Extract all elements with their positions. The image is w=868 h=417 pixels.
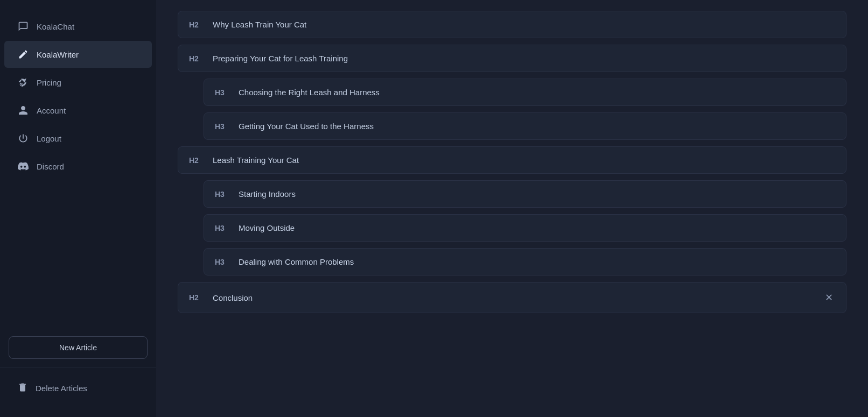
heading-text: Why Leash Train Your Cat xyxy=(213,20,835,29)
delete-articles-label: Delete Articles xyxy=(36,384,87,393)
sidebar-nav: KoalaChat KoalaWriter Pricing xyxy=(0,9,156,328)
sidebar-item-pricing-label: Pricing xyxy=(37,78,61,87)
outline-item[interactable]: H2Why Leash Train Your Cat xyxy=(178,11,846,38)
heading-tag: H2 xyxy=(189,20,204,29)
sidebar-item-pricing[interactable]: Pricing xyxy=(4,69,152,96)
heading-text: Getting Your Cat Used to the Harness xyxy=(239,122,835,131)
heading-tag: H3 xyxy=(215,88,230,97)
outline-item[interactable]: H2Conclusion✕ xyxy=(178,282,846,313)
outline-item[interactable]: H2Preparing Your Cat for Leash Training xyxy=(178,45,846,72)
discord-icon xyxy=(17,160,29,172)
rocket-icon xyxy=(17,76,29,88)
heading-text: Preparing Your Cat for Leash Training xyxy=(213,54,835,63)
heading-text: Dealing with Common Problems xyxy=(239,257,835,266)
close-button[interactable]: ✕ xyxy=(822,291,835,304)
outline-item[interactable]: H3Getting Your Cat Used to the Harness xyxy=(204,112,846,140)
outline-item[interactable]: H2Leash Training Your Cat xyxy=(178,146,846,174)
user-icon xyxy=(17,104,29,116)
heading-text: Conclusion xyxy=(213,293,814,302)
power-icon xyxy=(17,132,29,144)
heading-text: Leash Training Your Cat xyxy=(213,156,835,165)
heading-text: Choosing the Right Leash and Harness xyxy=(239,88,835,97)
sidebar-item-koalachat[interactable]: KoalaChat xyxy=(4,13,152,40)
heading-tag: H2 xyxy=(189,156,204,165)
edit-icon xyxy=(17,48,29,60)
sidebar-item-koalawriter-label: KoalaWriter xyxy=(37,50,79,59)
main-content: H2Why Leash Train Your CatH2Preparing Yo… xyxy=(156,0,868,417)
chat-icon xyxy=(17,20,29,32)
sidebar-item-discord[interactable]: Discord xyxy=(4,153,152,180)
heading-tag: H2 xyxy=(189,54,204,63)
heading-tag: H3 xyxy=(215,122,230,131)
sidebar-item-koalachat-label: KoalaChat xyxy=(37,22,74,31)
heading-tag: H3 xyxy=(215,190,230,199)
outline-item[interactable]: H3Dealing with Common Problems xyxy=(204,248,846,275)
sidebar-item-account-label: Account xyxy=(37,106,66,115)
outline-item[interactable]: H3Moving Outside xyxy=(204,214,846,242)
outline-item[interactable]: H3Choosing the Right Leash and Harness xyxy=(204,79,846,106)
trash-icon xyxy=(17,382,28,394)
heading-text: Moving Outside xyxy=(239,223,835,232)
sidebar-item-account[interactable]: Account xyxy=(4,97,152,124)
sidebar: KoalaChat KoalaWriter Pricing xyxy=(0,0,156,417)
delete-articles-item[interactable]: Delete Articles xyxy=(4,374,152,402)
heading-tag: H3 xyxy=(215,224,230,232)
new-article-button[interactable]: New Article xyxy=(9,336,148,359)
sidebar-item-logout[interactable]: Logout xyxy=(4,125,152,152)
sidebar-item-logout-label: Logout xyxy=(37,134,61,143)
outline-item[interactable]: H3Starting Indoors xyxy=(204,180,846,208)
heading-text: Starting Indoors xyxy=(239,189,835,199)
sidebar-item-discord-label: Discord xyxy=(37,162,64,171)
sidebar-bottom: Delete Articles xyxy=(0,367,156,408)
sidebar-item-koalawriter[interactable]: KoalaWriter xyxy=(4,41,152,68)
heading-tag: H3 xyxy=(215,258,230,266)
heading-tag: H2 xyxy=(189,293,204,302)
